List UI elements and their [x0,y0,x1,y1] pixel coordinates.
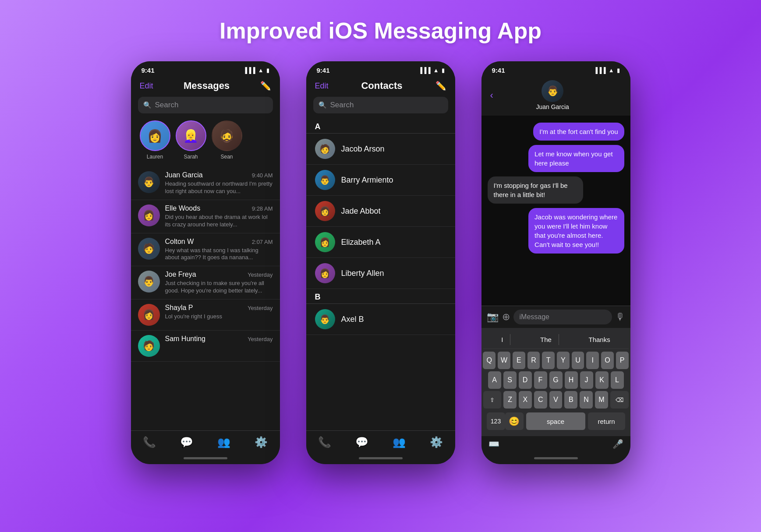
story-item-sarah[interactable]: 👱‍♀️ Sarah [176,120,206,160]
msg-preview-juan: Heading southward or northward I'm prett… [165,180,273,195]
tab-contacts[interactable]: 👥 [217,436,230,448]
contacts-add-icon[interactable]: ✏️ [435,81,446,91]
chat-contact-name: Juan Garcia [536,103,569,110]
msg-name-juan: Juan Garcia [165,171,203,179]
key-d[interactable]: D [519,371,532,389]
msg-avatar-elle: 👩 [138,204,160,226]
key-i[interactable]: I [586,352,599,369]
msg-name-sam: Sam Hunting [165,335,206,343]
key-r[interactable]: R [527,352,540,369]
key-g[interactable]: G [549,371,563,389]
msg-header-juan: Juan Garcia 9:40 AM [165,171,273,179]
appstore-icon[interactable]: ⊕ [502,311,510,323]
key-shift[interactable]: ⇧ [483,391,502,409]
suggestion-the[interactable]: The [533,334,559,345]
msg-content-joe: Joe Freya Yesterday Just checking in to … [165,271,273,295]
wifi-icon-2: ▲ [433,67,439,74]
back-button[interactable]: ‹ [490,90,493,101]
camera-icon[interactable]: 📷 [487,311,499,323]
key-f[interactable]: F [534,371,547,389]
status-icons-2: ▐▐▐ ▲ ▮ [418,67,445,74]
tab-contacts-2[interactable]: 👥 [393,436,406,448]
key-a[interactable]: A [488,371,501,389]
key-t[interactable]: T [542,352,555,369]
msg-name-joe: Joe Freya [165,271,196,278]
message-item-sam[interactable]: 🧑 Sam Hunting Yesterday [131,331,280,362]
imessage-input[interactable]: iMessage [513,310,612,324]
audio-icon[interactable]: 🎙 [616,311,625,323]
key-numbers[interactable]: 123 [487,412,505,430]
key-return[interactable]: return [588,412,625,430]
signal-icon-2: ▐▐▐ [418,67,431,74]
mic-icon[interactable]: 🎤 [612,439,623,449]
contact-item-elizabeth[interactable]: 👩 Elizabeth A [306,227,455,258]
msg-header-colton: Colton W 2:07 AM [165,238,273,246]
msg-time-shayla: Yesterday [248,305,273,311]
msg-name-elle: Elle Woods [165,204,201,212]
signal-icon: ▐▐▐ [243,67,255,74]
key-j[interactable]: J [580,371,593,389]
messages-edit-button[interactable]: Edit [140,81,153,91]
contact-name-jade: Jade Abbot [341,207,381,216]
key-e[interactable]: E [513,352,525,369]
tab-messages-2[interactable]: 💬 [355,436,368,448]
key-y[interactable]: Y [557,352,570,369]
contact-avatar-jacob: 🧑 [315,139,335,159]
compose-icon[interactable]: ✏️ [260,81,271,91]
messages-search-bar[interactable]: 🔍 Search [138,97,273,113]
home-bar-3 [534,457,578,459]
tab-calls-2[interactable]: 📞 [318,436,331,448]
tab-calls[interactable]: 📞 [143,436,156,448]
contacts-nav-header: Edit Contacts ✏️ [306,77,455,97]
contacts-search-bar[interactable]: 🔍 Search [313,97,448,113]
story-item-lauren[interactable]: 👩 Lauren [140,120,170,160]
contact-name-barry: Barry Armiento [341,176,393,185]
message-item-juan[interactable]: 👨 Juan Garcia 9:40 AM Heading southward … [131,167,280,200]
msg-avatar-shayla: 👩 [138,304,160,326]
key-s[interactable]: S [503,371,517,389]
story-name-sarah: Sarah [184,154,198,160]
key-x[interactable]: X [519,391,532,409]
key-h[interactable]: H [565,371,578,389]
key-l[interactable]: L [611,371,624,389]
key-k[interactable]: K [595,371,609,389]
contact-name-elizabeth: Elizabeth A [341,238,381,247]
contacts-search-input[interactable]: Search [330,101,354,109]
keyboard-toggle-icon[interactable]: ⌨️ [488,439,499,449]
key-v[interactable]: V [549,391,563,409]
message-item-shayla[interactable]: 👩 Shayla P Yesterday Lol you're right I … [131,299,280,331]
chat-input-area: 📷 ⊕ iMessage 🎙 [481,306,630,328]
contact-item-barry[interactable]: 👨 Barry Armiento [306,165,455,196]
tab-settings-2[interactable]: ⚙️ [430,436,443,448]
key-w[interactable]: W [498,352,510,369]
messages-search-input[interactable]: Search [155,101,179,109]
contact-item-jade[interactable]: 👩 Jade Abbot [306,196,455,227]
story-item-sean[interactable]: 🧔 Sean [212,120,242,160]
status-time-2: 9:41 [317,67,330,74]
key-emoji[interactable]: 😊 [505,412,524,430]
key-m[interactable]: M [595,391,608,409]
tab-messages[interactable]: 💬 [180,436,193,448]
key-c[interactable]: C [534,391,547,409]
contact-item-axel[interactable]: 👨 Axel B [306,304,455,335]
key-z[interactable]: Z [503,391,517,409]
key-u[interactable]: U [572,352,584,369]
contacts-edit-button[interactable]: Edit [315,81,329,91]
tab-settings[interactable]: ⚙️ [255,436,268,448]
contact-item-liberty[interactable]: 👩 Liberty Allen [306,258,455,289]
battery-icon-3: ▮ [617,67,620,74]
contact-item-jacob[interactable]: 🧑 Jacob Arson [306,134,455,165]
key-n[interactable]: N [580,391,593,409]
message-item-joe[interactable]: 👨 Joe Freya Yesterday Just checking in t… [131,266,280,299]
key-o[interactable]: O [601,352,614,369]
key-delete[interactable]: ⌫ [610,391,629,409]
key-b[interactable]: B [564,391,577,409]
key-p[interactable]: P [616,352,629,369]
suggestion-i[interactable]: I [494,334,510,345]
status-bar-2: 9:41 ▐▐▐ ▲ ▮ [306,61,455,77]
key-space[interactable]: space [526,412,585,430]
message-item-colton[interactable]: 🧑 Colton W 2:07 AM Hey what was that son… [131,233,280,267]
message-item-elle[interactable]: 👩 Elle Woods 9:28 AM Did you hear about … [131,200,280,233]
suggestion-thanks[interactable]: Thanks [581,334,617,345]
key-q[interactable]: Q [483,352,496,369]
